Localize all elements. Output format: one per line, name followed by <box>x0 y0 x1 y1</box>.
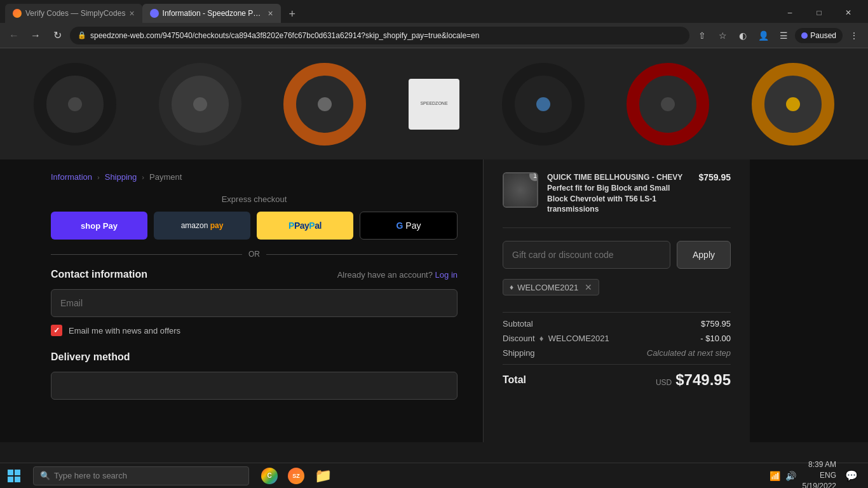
extensions-icon[interactable]: ◐ <box>734 27 752 44</box>
already-text: Already have an account? <box>337 270 433 280</box>
share-icon[interactable]: ⇧ <box>693 27 711 44</box>
or-line-right <box>266 254 458 255</box>
discount-row: Apply <box>503 241 731 269</box>
tab2-title: Information - Speedzone Perfor... <box>163 9 264 18</box>
checkmark-icon: ✓ <box>53 326 60 335</box>
search-icon: 🔍 <box>40 471 50 480</box>
contact-title: Contact information <box>51 269 147 280</box>
star-icon[interactable]: ☆ <box>714 27 731 44</box>
coupon-remove-button[interactable]: ✕ <box>585 282 592 292</box>
wheel-6 <box>752 63 834 146</box>
breadcrumb-information[interactable]: Information <box>51 172 92 182</box>
profile-icon[interactable]: 👤 <box>754 27 772 44</box>
total-value: $749.95 <box>675 371 731 389</box>
start-button[interactable] <box>0 463 28 489</box>
shipping-label: Shipping <box>503 348 535 358</box>
taskbar-right: 📶 🔊 8:39 AM ENG 5/19/2022 💬 <box>768 459 868 488</box>
breadcrumb-sep-1: › <box>97 173 100 181</box>
paypal-button[interactable]: PPayPal <box>257 212 353 240</box>
total-amount: USD $749.95 <box>656 371 731 389</box>
network-icon[interactable]: 📶 <box>768 470 782 482</box>
tab1-title: Verify Codes — SimplyCodes <box>25 9 125 18</box>
lock-icon: 🔒 <box>78 31 86 39</box>
chrome-icon: C <box>261 468 278 484</box>
total-currency: USD <box>656 378 672 387</box>
taskbar-app-speedzone[interactable]: SZ <box>283 463 309 489</box>
checkout-layout: Information › Shipping › Payment Express… <box>0 159 868 442</box>
wheel-3 <box>283 63 366 146</box>
shop-pay-button[interactable]: shop Pay <box>51 212 147 240</box>
refresh-button[interactable]: ↻ <box>48 27 66 44</box>
subtotal-value: $759.95 <box>701 319 731 329</box>
svg-rect-0 <box>8 470 13 475</box>
email-input[interactable] <box>51 289 458 317</box>
or-divider: OR <box>51 250 458 259</box>
menu-icon[interactable]: ⋮ <box>845 27 863 44</box>
taskbar-language: ENG <box>803 470 836 481</box>
wheel-5 <box>627 63 709 146</box>
express-checkout-section: Express checkout shop Pay amazon pay PPa… <box>51 194 458 240</box>
total-label: Total <box>503 374 526 386</box>
diamond-icon: ♦ <box>510 283 513 292</box>
address-icons: ⇧ ☆ ◐ 👤 ☰ Paused ⋮ <box>693 27 863 44</box>
tab1-close-icon[interactable]: × <box>129 8 134 18</box>
discount-amount: - $10.00 <box>700 334 731 343</box>
sidebar-icon[interactable]: ☰ <box>775 27 792 44</box>
minimize-button[interactable]: – <box>775 3 804 23</box>
page-content: SPEEDZONE Information › Shipping › Payme… <box>0 48 868 442</box>
apply-button[interactable]: Apply <box>677 241 731 269</box>
checkout-left: Information › Shipping › Payment Express… <box>0 159 483 442</box>
discount-label-text: Discount <box>503 334 535 343</box>
tab-information[interactable]: Information - Speedzone Perfor... × <box>142 4 281 23</box>
notification-center[interactable]: 💬 <box>841 463 862 489</box>
delivery-section: Delivery method <box>51 351 458 400</box>
discount-input[interactable] <box>503 241 670 269</box>
volume-icon[interactable]: 🔊 <box>784 470 797 482</box>
login-link[interactable]: Log in <box>435 270 458 280</box>
url-bar[interactable]: 🔒 speedzone-web.com/9475040/checkouts/ca… <box>70 27 689 44</box>
url-text: speedzone-web.com/9475040/checkouts/ca89… <box>90 31 479 40</box>
discount-diamond-icon: ♦ <box>539 334 544 343</box>
maximize-button[interactable]: □ <box>804 3 834 23</box>
new-tab-button[interactable]: + <box>283 5 301 23</box>
discount-label: Discount ♦ WELCOME2021 <box>503 334 609 343</box>
email-checkbox-label: Email me with news and offers <box>69 326 180 336</box>
taskbar-app-chrome[interactable]: C <box>257 463 282 489</box>
paused-button[interactable]: Paused <box>795 28 843 43</box>
taskbar: 🔍 Type here to search C SZ 📁 📶 🔊 8:39 AM… <box>0 463 868 488</box>
tab-verify-codes[interactable]: Verify Codes — SimplyCodes × <box>5 4 142 23</box>
discount-row-total: Discount ♦ WELCOME2021 - $10.00 <box>503 334 731 343</box>
product-name: QUICK TIME BELLHOUSING - CHEVY Perfect f… <box>547 172 689 215</box>
email-checkbox[interactable]: ✓ <box>51 325 62 336</box>
hero-banner: SPEEDZONE <box>0 48 868 159</box>
breadcrumb-sep-2: › <box>142 173 144 181</box>
windows-icon <box>8 470 20 482</box>
taskbar-app-folder[interactable]: 📁 <box>310 463 336 489</box>
tab2-favicon <box>150 9 159 18</box>
breadcrumb: Information › Shipping › Payment <box>51 172 458 182</box>
coupon-code-label: WELCOME2021 <box>517 283 578 292</box>
wheel-2 <box>153 56 248 152</box>
contact-section-header: Contact information Already have an acco… <box>51 269 458 280</box>
tab-bar: Verify Codes — SimplyCodes × Information… <box>0 0 868 23</box>
delivery-title: Delivery method <box>51 351 130 363</box>
close-button[interactable]: ✕ <box>834 3 863 23</box>
discount-code-text: WELCOME2021 <box>548 334 609 343</box>
order-summary: 1 QUICK TIME BELLHOUSING - CHEVY Perfect… <box>483 159 750 442</box>
forward-button[interactable]: → <box>27 27 44 44</box>
breadcrumb-shipping[interactable]: Shipping <box>105 172 137 182</box>
google-pay-button[interactable]: G Pay <box>360 212 458 240</box>
taskbar-apps: C SZ 📁 <box>257 463 336 489</box>
or-line-left <box>51 254 242 255</box>
back-button[interactable]: ← <box>5 27 23 44</box>
wheel-1 <box>34 63 116 146</box>
taskbar-search[interactable]: 🔍 Type here to search <box>33 466 249 485</box>
steering-wheels-visual: SPEEDZONE <box>0 48 868 159</box>
tab1-favicon <box>13 9 22 18</box>
paypal-label: PPayPal <box>288 220 322 231</box>
delivery-placeholder <box>51 372 458 400</box>
product-details: QUICK TIME BELLHOUSING - CHEVY Perfect f… <box>547 172 689 215</box>
coupon-tag: ♦ WELCOME2021 ✕ <box>503 279 599 295</box>
amazon-pay-button[interactable]: amazon pay <box>154 212 250 240</box>
tab2-close-icon[interactable]: × <box>268 8 273 18</box>
